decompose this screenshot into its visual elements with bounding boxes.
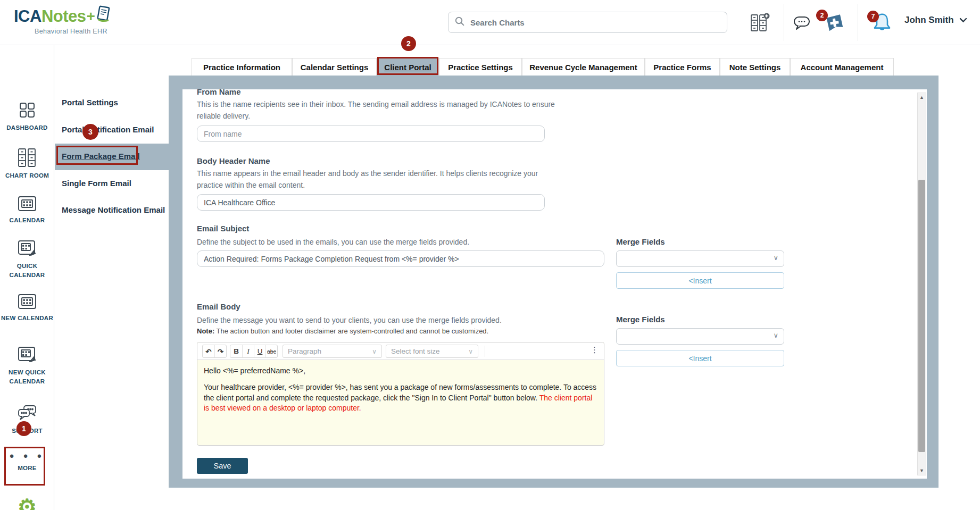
annotation-step-2: 2 [401, 36, 416, 51]
logo-plus: + [87, 8, 95, 25]
font-size-select[interactable]: Select font size∨ [386, 345, 478, 358]
tab-revenue-cycle-management[interactable]: Revenue Cycle Management [522, 58, 645, 76]
from-name-description: This is the name recipients see in their… [197, 99, 559, 122]
annotation-step-3: 3 [82, 124, 98, 140]
more-tools-kebab-icon[interactable]: ⋮ [591, 345, 599, 355]
header-divider [784, 4, 784, 41]
from-name-input[interactable] [197, 126, 545, 142]
vertical-scrollbar[interactable]: ▲ ▼ [917, 93, 926, 475]
sidebar-item-new-calendar[interactable]: NEW CALENDAR [0, 291, 54, 323]
scrollbar-thumb[interactable] [918, 180, 925, 452]
app-window: ICANotes+ Behavioral Health EHR [0, 0, 980, 510]
primary-sidebar: DASHBOARD CHART ROOM [0, 45, 54, 510]
editor-text-area[interactable]: Hello <%= preferredName %>, Your healthc… [197, 360, 604, 446]
merge-fields-select-body[interactable]: ∨ [616, 328, 784, 345]
redo-button[interactable]: ↷ [214, 345, 226, 357]
icanotes-logo: ICANotes+ Behavioral Health EHR [14, 5, 128, 35]
logo-tagline: Behavioral Health EHR [14, 28, 128, 35]
body-header-name-input[interactable] [197, 194, 545, 211]
logo-text-notes: Notes [41, 7, 86, 26]
email-body-note: Note: The action button and footer discl… [197, 327, 488, 335]
client-portal-panel-container: From Name This is the name recipients se… [168, 76, 939, 488]
body-header-name-heading: Body Header Name [197, 156, 270, 165]
sidebar-item-label: DASHBOARD [0, 123, 54, 132]
save-button[interactable]: Save [197, 458, 248, 474]
chevron-down-icon [959, 15, 967, 26]
tab-practice-forms[interactable]: Practice Forms [645, 58, 720, 76]
email-subject-input[interactable] [197, 250, 604, 267]
submenu-item-message-notification-email[interactable]: Message Notification Email [62, 205, 165, 214]
italic-button[interactable]: I [242, 345, 254, 357]
email-body-editor: ↶ ↷ B I U abc Paragraph∨ Select font siz… [197, 342, 604, 446]
tab-calendar-settings[interactable]: Calendar Settings [292, 58, 377, 76]
chevron-down-icon: ∨ [773, 331, 778, 339]
client-portal-submenu: Portal Settings Portal Notification Emai… [55, 76, 169, 510]
email-body-heading: Email Body [197, 302, 240, 311]
sidebar-item-settings[interactable]: ⚙ SETTINGS [0, 496, 54, 510]
editor-paragraph: Your healthcare provider, <%= provider %… [204, 382, 597, 413]
search-input[interactable] [469, 18, 720, 28]
chevron-down-icon: ∨ [773, 254, 778, 262]
from-name-heading: From Name [197, 89, 241, 96]
notifications-badge: 7 [867, 11, 879, 22]
insert-merge-field-button-subject[interactable]: <Insert [616, 272, 784, 289]
tab-account-management[interactable]: Account Management [790, 58, 894, 76]
sidebar-item-chart-room[interactable]: CHART ROOM [0, 147, 54, 180]
sidebar-item-new-quick-calendar[interactable]: NEW QUICK CALENDAR [0, 344, 54, 387]
tab-practice-information[interactable]: Practice Information [192, 58, 292, 76]
sidebar-item-label: CHART ROOM [0, 171, 54, 180]
scroll-up-arrow[interactable]: ▲ [918, 95, 926, 100]
strikethrough-button[interactable]: abc [265, 345, 277, 357]
sidebar-item-quick-calendar[interactable]: QUICK CALENDAR [0, 238, 54, 280]
user-menu[interactable]: John Smith [904, 15, 967, 26]
header-divider-2 [858, 4, 858, 41]
tab-note-settings[interactable]: Note Settings [720, 58, 790, 76]
editor-toolbar: ↶ ↷ B I U abc Paragraph∨ Select font siz… [197, 342, 604, 360]
sidebar-item-label: NEW CALENDAR [0, 314, 54, 323]
search-bar[interactable] [448, 12, 727, 33]
annotation-step-1: 1 [16, 421, 31, 436]
merge-fields-label-body: Merge Fields [616, 315, 665, 324]
search-icon [455, 16, 464, 28]
undo-button[interactable]: ↶ [203, 345, 214, 357]
messages-badge: 2 [816, 10, 828, 21]
insert-merge-field-button-body[interactable]: <Insert [616, 350, 784, 366]
sidebar-item-calendar[interactable]: CALENDAR [0, 193, 54, 225]
body-header-name-description: This name appears in the email header an… [197, 168, 559, 191]
submenu-item-form-package-email[interactable]: Form Package Email [62, 152, 140, 161]
tab-practice-settings[interactable]: Practice Settings [439, 58, 522, 76]
gear-icon: ⚙ [0, 496, 54, 510]
underline-button[interactable]: U [254, 345, 265, 357]
form-package-email-panel: From Name This is the name recipients se… [182, 89, 927, 479]
editor-line-greeting: Hello <%= preferredName %>, [204, 366, 597, 376]
logo-document-icon [96, 5, 112, 28]
top-header: ICANotes+ Behavioral Health EHR [0, 0, 980, 45]
chat-icon[interactable] [793, 15, 812, 34]
scroll-down-arrow[interactable]: ▼ [918, 468, 926, 473]
logo-text-ica: ICA [14, 7, 41, 26]
sidebar-item-label: MORE [0, 464, 54, 473]
paragraph-style-select[interactable]: Paragraph∨ [283, 345, 382, 358]
merge-fields-select-subject[interactable]: ∨ [616, 250, 784, 267]
submenu-item-single-form-email[interactable]: Single Form Email [62, 179, 131, 188]
sidebar-item-more[interactable]: • • • MORE [0, 454, 54, 473]
email-subject-heading: Email Subject [197, 224, 249, 233]
submenu-item-portal-notification-email[interactable]: Portal Notification Email [62, 125, 154, 134]
sidebar-item-label: QUICK CALENDAR [0, 262, 54, 280]
tab-client-portal[interactable]: Client Portal [377, 58, 439, 76]
bold-button[interactable]: B [230, 345, 242, 357]
email-subject-description: Define the subject to be used in the ema… [197, 237, 569, 248]
merge-fields-label-subject: Merge Fields [616, 237, 665, 246]
sidebar-item-dashboard[interactable]: DASHBOARD [0, 101, 54, 132]
email-body-description: Define the message you want to send to y… [197, 315, 569, 327]
more-dots-icon: • • • [0, 454, 54, 459]
user-name: John Smith [904, 15, 954, 26]
new-chart-icon[interactable] [749, 13, 770, 35]
submenu-item-portal-settings[interactable]: Portal Settings [62, 98, 118, 107]
toolbar-divider [485, 346, 485, 357]
sidebar-item-label: CALENDAR [0, 216, 54, 225]
sidebar-item-label: NEW QUICK CALENDAR [0, 368, 54, 387]
